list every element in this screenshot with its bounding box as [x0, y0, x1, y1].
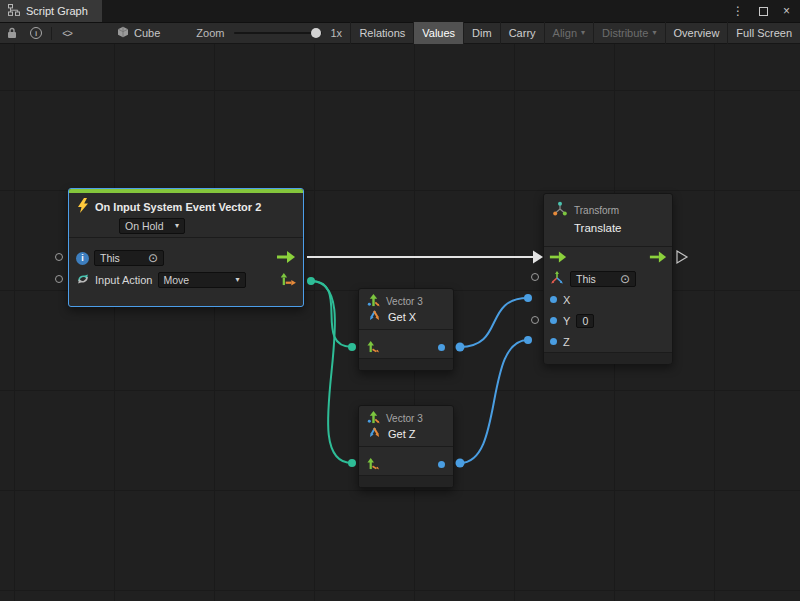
- chevron-down-icon: ▾: [581, 29, 585, 37]
- close-icon[interactable]: ×: [783, 5, 790, 17]
- chevron-down-icon: ▾: [175, 222, 179, 230]
- object-name: Cube: [134, 27, 160, 39]
- get-x-output-port[interactable]: [438, 344, 445, 351]
- wire-vector2-to-get-z[interactable]: [311, 281, 352, 463]
- wire-get-z-to-translate-z[interactable]: [460, 340, 528, 463]
- get-x-port-row: [359, 336, 453, 358]
- get-z-category: Vector 3: [386, 413, 423, 424]
- node-transform-translate[interactable]: Transform Translate This ⊙ X: [543, 193, 673, 364]
- event-input-action-row: Input Action Move ▾: [69, 269, 303, 291]
- get-x-output-port-dot[interactable]: [456, 343, 465, 352]
- get-x-footer: [359, 358, 453, 370]
- node-vector3-get-z[interactable]: Vector 3 Get Z: [358, 405, 454, 488]
- node-on-input-system-event-vector2[interactable]: On Input System Event Vector 2 On Hold ▾…: [68, 188, 304, 307]
- graph-canvas[interactable]: On Input System Event Vector 2 On Hold ▾…: [0, 44, 800, 601]
- get-z-header: Vector 3 Get Z: [359, 406, 453, 447]
- translate-this-field[interactable]: This ⊙: [570, 271, 636, 287]
- event-vector2-port-dot[interactable]: [307, 277, 315, 285]
- wire-get-x-to-translate-x[interactable]: [460, 298, 528, 347]
- cube-icon: [117, 26, 129, 40]
- z-input-port[interactable]: [550, 338, 557, 345]
- vector3-icon: [367, 294, 380, 309]
- get-z-output-port[interactable]: [438, 461, 445, 468]
- translate-x-row: X: [544, 289, 672, 310]
- tab-label: Script Graph: [26, 5, 88, 17]
- full-screen-button[interactable]: Full Screen: [727, 22, 800, 44]
- relations-button[interactable]: Relations: [350, 22, 413, 44]
- vector3-icon: [367, 411, 380, 426]
- z-port-label: Z: [563, 336, 570, 348]
- get-x-title: Get X: [388, 311, 416, 323]
- get-z-input-port-dot[interactable]: [348, 459, 356, 467]
- chevron-down-icon: ▾: [235, 276, 239, 284]
- event-mode-dropdown[interactable]: On Hold ▾: [119, 218, 185, 234]
- graph-toolbar: Cube Zoom 1x Relations Values Dim Carry …: [0, 22, 800, 44]
- translate-category: Transform: [574, 205, 619, 216]
- window-tab-bar: Script Graph ⋮ ×: [0, 0, 800, 22]
- event-node-header: On Input System Event Vector 2 On Hold ▾: [69, 193, 303, 237]
- translate-z-row: Z: [544, 331, 672, 352]
- translate-x-edge-port-dot[interactable]: [524, 294, 532, 302]
- translate-header: Transform Translate: [544, 194, 672, 247]
- y-value-field[interactable]: 0: [576, 314, 594, 328]
- maximize-icon[interactable]: [759, 7, 768, 16]
- input-action-icon: [76, 272, 90, 288]
- vector3-port-icon[interactable]: [367, 457, 380, 472]
- x-port-label: X: [563, 294, 570, 306]
- translate-z-edge-port-dot[interactable]: [524, 336, 532, 344]
- get-z-title: Get Z: [388, 428, 416, 440]
- tab-script-graph[interactable]: Script Graph: [0, 0, 102, 22]
- toolbar-separator: [51, 27, 52, 40]
- event-this-row: This ⊙: [69, 247, 303, 269]
- chevron-down-icon: ▾: [653, 29, 657, 37]
- vector2-output-icon[interactable]: [281, 272, 296, 288]
- translate-this-row: This ⊙: [544, 268, 672, 289]
- vector3-port-icon[interactable]: [367, 340, 380, 355]
- input-action-dropdown[interactable]: Move ▾: [158, 272, 246, 288]
- flow-output-arrow-icon[interactable]: [649, 251, 667, 265]
- translate-y-edge-port[interactable]: [531, 316, 539, 324]
- carry-button[interactable]: Carry: [500, 22, 544, 44]
- translate-y-row: Y 0: [544, 310, 672, 331]
- flow-input-arrow-icon[interactable]: [549, 251, 567, 265]
- input-action-label: Input Action: [95, 274, 153, 286]
- info-icon[interactable]: [24, 22, 48, 44]
- zoom-slider[interactable]: [234, 22, 322, 44]
- event-this-field[interactable]: This ⊙: [94, 250, 164, 266]
- y-input-port[interactable]: [550, 317, 557, 324]
- overview-button[interactable]: Overview: [665, 22, 728, 44]
- lightning-icon: [77, 198, 89, 215]
- x-input-port[interactable]: [550, 296, 557, 303]
- code-icon[interactable]: [55, 22, 79, 44]
- zoom-label: Zoom: [196, 27, 224, 39]
- get-component-icon: [367, 310, 382, 325]
- align-button[interactable]: Align▾: [544, 22, 593, 44]
- event-node-title: On Input System Event Vector 2: [95, 201, 261, 213]
- event-action-edge-port[interactable]: [55, 275, 63, 283]
- zoom-value: 1x: [330, 27, 342, 39]
- get-z-footer: [359, 475, 453, 487]
- event-this-edge-port[interactable]: [55, 253, 63, 261]
- translate-this-edge-port[interactable]: [531, 273, 539, 281]
- distribute-button[interactable]: Distribute▾: [593, 22, 664, 44]
- translate-title: Translate: [574, 222, 664, 234]
- flow-output-arrow-icon[interactable]: [276, 251, 296, 265]
- get-x-header: Vector 3 Get X: [359, 289, 453, 330]
- get-component-icon: [367, 427, 382, 442]
- lock-icon[interactable]: [0, 22, 24, 44]
- wire-vector2-to-get-x[interactable]: [311, 281, 352, 347]
- get-z-port-row: [359, 453, 453, 475]
- target-icon: ⊙: [620, 273, 630, 285]
- node-vector3-get-x[interactable]: Vector 3 Get X: [358, 288, 454, 371]
- get-z-output-port-dot[interactable]: [456, 459, 465, 468]
- zoom-slider-knob[interactable]: [311, 28, 321, 38]
- translate-footer: [544, 352, 672, 364]
- zoom-slider-track[interactable]: [234, 32, 322, 34]
- axes-icon: [550, 271, 564, 287]
- get-x-input-port-dot[interactable]: [348, 343, 356, 351]
- dim-button[interactable]: Dim: [463, 22, 500, 44]
- menu-icon[interactable]: ⋮: [732, 5, 744, 17]
- values-button[interactable]: Values: [413, 22, 463, 44]
- info-badge-icon: [76, 252, 89, 265]
- graph-object-selector[interactable]: Cube: [109, 26, 168, 40]
